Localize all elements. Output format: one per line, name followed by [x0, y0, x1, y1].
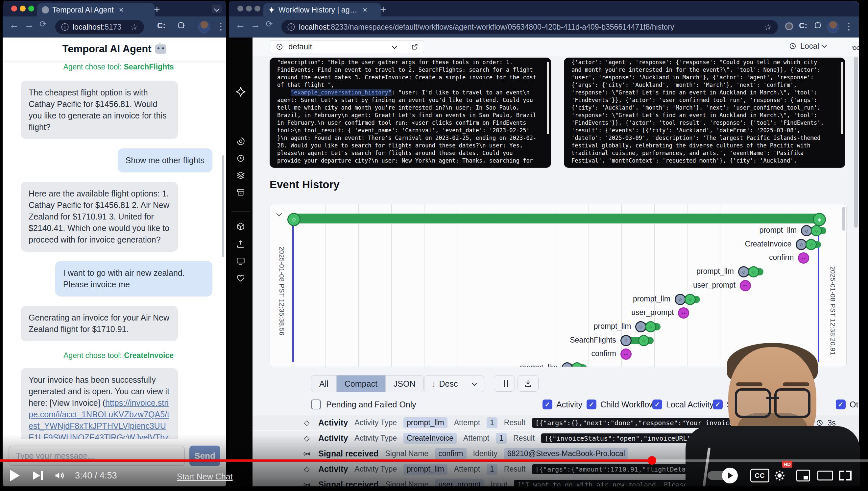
open-external-icon[interactable] — [411, 43, 418, 51]
code-text: "description": "Help the user gather arg… — [277, 59, 544, 165]
theater-mode-button[interactable] — [817, 465, 833, 486]
timezone-selector[interactable]: Local — [788, 41, 826, 51]
bookmark-star-icon[interactable]: ☆ — [130, 22, 138, 32]
tab-close-icon[interactable]: × — [363, 5, 367, 15]
feedback-icon[interactable] — [236, 256, 246, 267]
zoom-window-button[interactable] — [28, 6, 34, 11]
glasses-icon[interactable] — [851, 42, 859, 52]
back-icon[interactable]: ← — [9, 19, 19, 30]
pause-autorefresh-button[interactable] — [494, 375, 515, 392]
import-icon[interactable] — [236, 239, 246, 250]
avatar[interactable] — [198, 21, 210, 33]
tab-search-button[interactable] — [212, 5, 222, 13]
timeline-start-line — [292, 213, 294, 362]
volume-icon[interactable] — [53, 465, 66, 486]
code-scrollbar[interactable] — [841, 62, 843, 134]
archival-icon[interactable] — [236, 187, 246, 199]
extensions-icon[interactable] — [813, 21, 822, 30]
ci-extension-icon[interactable]: C: — [157, 21, 165, 30]
workflows-icon[interactable] — [236, 136, 246, 147]
timeline-scrollbar[interactable] — [842, 207, 845, 231]
video-playhead[interactable] — [648, 456, 656, 465]
invoice-link[interactable]: https://invoice.stripe.com/i/acct_1NBOLu… — [29, 398, 169, 439]
address-bar[interactable]: ⓘ localhost:5173 ☆ — [55, 20, 144, 34]
next-button[interactable] — [33, 465, 43, 486]
signal-marker[interactable]: ●● — [620, 348, 631, 360]
ci-extension-icon[interactable]: C: — [799, 21, 807, 30]
pending-failed-checkbox[interactable] — [311, 400, 321, 409]
browser-tab-right[interactable]: Workflow History | agent-wor × — [264, 3, 381, 17]
activity-completed-marker[interactable]: ◇ — [806, 239, 817, 250]
new-tab-button[interactable]: + — [154, 3, 160, 16]
activity-scheduled-marker[interactable]: ◇ — [796, 239, 807, 250]
miniplayer-button[interactable] — [796, 465, 810, 486]
temporal-logo-icon[interactable] — [235, 86, 246, 99]
play-button[interactable] — [10, 465, 20, 486]
site-info-icon[interactable]: ⓘ — [287, 22, 295, 32]
browser-menu-icon[interactable]: ⋮ — [216, 21, 225, 32]
view-mode-all[interactable]: All — [311, 375, 337, 392]
minimize-window-button[interactable] — [246, 6, 252, 11]
chat-message-user: I want to go with air new zealand. Pleas… — [55, 261, 212, 296]
browser-menu-icon[interactable]: ⋮ — [844, 21, 854, 32]
filter-checkbox-child-workflow[interactable]: ✓ — [587, 400, 596, 409]
download-history-button[interactable] — [518, 375, 538, 392]
chat-scrollbar[interactable] — [222, 155, 224, 257]
reload-icon[interactable]: ⟳ — [266, 19, 273, 29]
code-scrollbar[interactable] — [547, 62, 549, 134]
schedules-icon[interactable] — [236, 153, 246, 165]
workflow-execution-bar[interactable] — [293, 213, 818, 224]
favorites-icon[interactable] — [236, 273, 246, 284]
forward-icon[interactable]: → — [24, 19, 34, 30]
namespace-selector[interactable]: default — [270, 40, 424, 53]
close-window-button[interactable] — [237, 6, 243, 11]
timeline-start-timestamp: 2025-01-08 PST 12:35:38.56 — [278, 247, 285, 336]
site-info-icon[interactable]: ⓘ — [61, 22, 69, 32]
address-bar[interactable]: ⓘ localhost:8233/namespaces/default/work… — [281, 20, 778, 34]
activity-completed-marker[interactable]: ◇ — [748, 266, 759, 278]
video-progress-track[interactable] — [0, 459, 868, 462]
filter-checkbox-activity[interactable]: ✓ — [542, 400, 552, 409]
browser-tab-left[interactable]: Temporal AI Agent × — [37, 3, 155, 17]
zoom-window-button[interactable] — [254, 6, 260, 11]
batch-icon[interactable] — [236, 171, 246, 182]
sort-desc-button[interactable]: ↓Desc — [425, 375, 465, 392]
activity-scheduled-marker[interactable]: ◇ — [675, 294, 686, 305]
activity-scheduled-marker[interactable]: ◇ — [738, 266, 749, 278]
fullscreen-button[interactable] — [839, 465, 851, 486]
activity-completed-marker[interactable]: ◇ — [685, 294, 696, 305]
extensions-icon[interactable] — [177, 21, 185, 30]
timeline-event-label: CreateInvoice — [745, 239, 792, 249]
activity-scheduled-marker[interactable]: ◇ — [801, 225, 812, 236]
tab-close-icon[interactable]: × — [119, 5, 124, 15]
avatar[interactable] — [827, 21, 839, 33]
right-browser-toolbar: ← → ⟳ ⓘ localhost:8233/namespaces/defaul… — [229, 17, 859, 37]
activity-scheduled-marker[interactable]: ◇ — [620, 335, 631, 346]
code-panel-conversation[interactable]: {'actor': 'agent', 'response': {'respons… — [564, 58, 845, 168]
filter-checkbox-local-activity[interactable]: ✓ — [652, 400, 662, 409]
code-panel-prompt[interactable]: "description": "Help the user gather arg… — [270, 58, 551, 168]
bookmark-star-icon[interactable]: ☆ — [765, 22, 772, 32]
page-scrollbar[interactable] — [854, 57, 858, 228]
activity-completed-marker[interactable]: ◇ — [811, 225, 822, 236]
autoplay-toggle[interactable] — [708, 465, 737, 486]
deployments-icon[interactable] — [236, 222, 246, 233]
new-tab-button[interactable]: + — [380, 3, 386, 16]
view-mode-json[interactable]: JSON — [386, 375, 424, 392]
workflow-end-marker[interactable]: ◈ — [813, 213, 826, 226]
minimize-window-button[interactable] — [20, 6, 26, 11]
reload-icon[interactable]: ⟳ — [39, 19, 47, 29]
close-window-button[interactable] — [11, 6, 17, 11]
captions-button[interactable]: CC — [750, 465, 769, 486]
event-row-title: Activity — [318, 418, 348, 428]
workflow-start-marker[interactable]: ◇ — [287, 213, 301, 226]
forward-icon[interactable]: → — [251, 19, 260, 30]
view-mode-compact[interactable]: Compact — [337, 375, 386, 392]
signal-marker[interactable]: ●● — [740, 280, 751, 291]
activity-completed-marker[interactable]: ◇ — [638, 335, 649, 346]
settings-gear-icon[interactable]: HD — [773, 465, 786, 486]
sort-options-chevron[interactable] — [465, 375, 484, 392]
timeline-collapse-button[interactable] — [274, 208, 284, 219]
back-icon[interactable]: ← — [236, 19, 245, 30]
extension-badge-icon[interactable] — [785, 22, 793, 30]
